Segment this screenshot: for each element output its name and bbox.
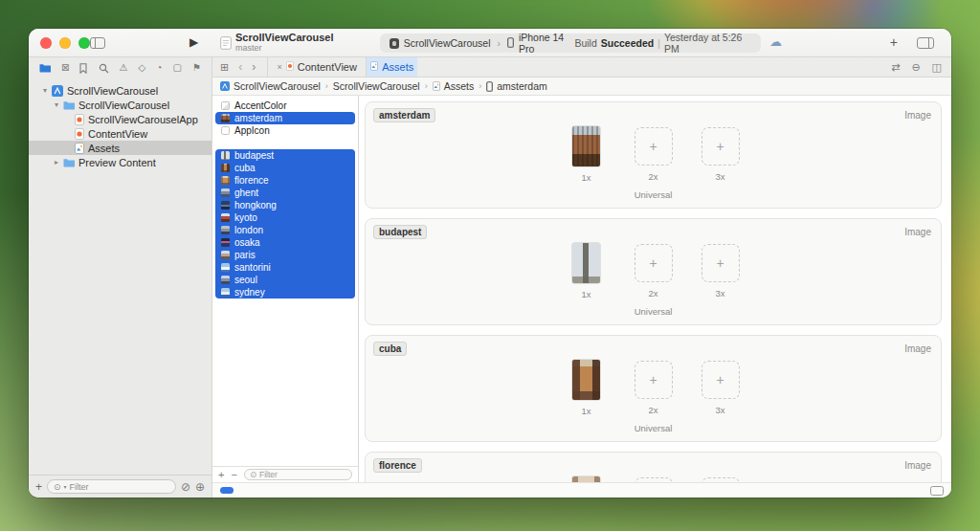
disclosure-triangle[interactable]: ▸ — [52, 158, 61, 166]
tree-item-label: ScrollViewCarousel — [67, 85, 158, 97]
close-window-button[interactable] — [40, 37, 52, 49]
add-asset-button[interactable]: + — [218, 470, 224, 480]
asset-list-item-amsterdam[interactable]: amsterdam — [215, 112, 355, 124]
asset-list-item-london[interactable]: london — [215, 224, 355, 236]
breadcrumb-asset-amsterdam[interactable]: amsterdam — [486, 80, 547, 92]
related-items-icon[interactable]: ⇄ — [891, 61, 900, 74]
scroll-indicator[interactable] — [220, 487, 234, 494]
jump-bar: ScrollViewCarousel › ScrollViewCarousel … — [212, 77, 951, 96]
asset-list-item-budapest[interactable]: budapest — [215, 149, 355, 162]
remove-asset-button[interactable]: − — [231, 470, 236, 480]
go-forward-icon[interactable]: › — [252, 60, 256, 74]
folder-icon — [63, 158, 75, 167]
asset-list-item-florence[interactable]: florence — [215, 174, 355, 187]
image-thumb-icon — [221, 151, 230, 160]
debug-navigator-icon[interactable]: ◔ — [156, 63, 162, 73]
asset-name-chip: budapest — [373, 225, 427, 239]
asset-slot-2x[interactable]: + — [635, 127, 673, 166]
asset-slot-3x[interactable]: + — [702, 127, 740, 166]
scale-label: 1x — [567, 172, 607, 183]
go-back-icon[interactable]: ‹ — [238, 60, 242, 74]
asset-list-item-osaka[interactable]: osaka — [215, 236, 355, 249]
minimap-options-icon[interactable]: ⊖ — [911, 61, 920, 74]
minimize-window-button[interactable] — [59, 37, 71, 49]
recent-files-filter-icon[interactable]: ⊘ — [181, 480, 190, 494]
tree-item-preview-content[interactable]: ▸ Preview Content — [29, 155, 212, 169]
asset-list-item-ghent[interactable]: ghent — [215, 187, 355, 199]
plus-icon: + — [716, 139, 724, 154]
asset-slot-2x[interactable]: + — [635, 361, 673, 399]
asset-list-item-accentcolor[interactable]: AccentColor — [215, 100, 355, 112]
image-thumb-icon — [221, 276, 230, 284]
run-destination[interactable]: ScrollViewCarousel › iPhone 14 Pro — [390, 32, 574, 55]
disclosure-triangle[interactable]: ▾ — [52, 100, 61, 109]
editor-layout-icon[interactable] — [917, 37, 934, 49]
navigator-sidebar: ⊠ ⚠ ◇ ◔ ▢ ⚑ ▾ — [29, 57, 212, 498]
asset-slot-3x[interactable]: + — [702, 361, 740, 399]
add-library-button[interactable]: + — [890, 34, 898, 50]
breadcrumb-project[interactable]: ScrollViewCarousel — [220, 80, 321, 92]
navigator-filter-bar: + ⊙ ▾ Filter ⊘ ⊕ — [29, 475, 212, 498]
scheme-name: ScrollViewCarousel — [404, 37, 491, 49]
tree-item-assets-selected[interactable]: Assets — [29, 141, 212, 155]
tree-item-label: Assets — [88, 143, 120, 154]
desktop-background: ▶ ScrollViewCarousel master ScrollViewCa… — [0, 0, 980, 531]
asset-list-item-kyoto[interactable]: kyoto — [215, 211, 355, 224]
disclosure-triangle[interactable]: ▾ — [40, 86, 50, 95]
navigator-filter-field[interactable]: ⊙ ▾ Filter — [47, 479, 176, 494]
titlebar: ▶ ScrollViewCarousel master ScrollViewCa… — [29, 29, 951, 57]
tab-contentview[interactable]: × ContentView — [267, 57, 367, 77]
add-file-button[interactable]: + — [35, 480, 42, 494]
breadcrumb-group[interactable]: ScrollViewCarousel — [333, 80, 420, 92]
tab-overview-icon[interactable]: ⊞ — [220, 61, 229, 74]
asset-image-1x[interactable] — [572, 126, 600, 166]
run-button[interactable]: ▶ — [189, 35, 198, 49]
asset-image-1x[interactable] — [572, 360, 600, 400]
idiom-label: Universal — [366, 306, 941, 317]
asset-slot-3x[interactable]: + — [702, 477, 740, 482]
asset-filter-field[interactable]: ⊙ Filter — [244, 469, 352, 480]
asset-list-item-cuba[interactable]: cuba — [215, 162, 355, 174]
source-control-filter-icon[interactable]: ⊕ — [195, 480, 205, 494]
tree-item-contentview[interactable]: ContentView — [29, 126, 212, 141]
asset-slot-2x[interactable]: + — [635, 244, 673, 282]
issues-navigator-icon[interactable]: ⚠ — [120, 63, 128, 73]
tree-item-project[interactable]: ▾ ScrollViewCarousel — [29, 83, 212, 98]
active-scheme-block[interactable]: ScrollViewCarousel master — [235, 33, 334, 53]
breadcrumb-assets[interactable]: Assets — [433, 80, 475, 92]
close-tab-icon[interactable]: × — [278, 62, 282, 72]
zoom-window-button[interactable] — [78, 37, 90, 49]
asset-list-item-sydney[interactable]: sydney — [215, 286, 355, 299]
asset-list-item-seoul[interactable]: seoul — [215, 274, 355, 286]
project-navigator-icon[interactable] — [39, 63, 51, 73]
asset-list-item-appicon[interactable]: AppIcon — [215, 124, 355, 137]
navigator-tab-strip: ⊠ ⚠ ◇ ◔ ▢ ⚑ — [29, 57, 212, 78]
editor-scroll-area[interactable]: amsterdam Image 1x + 2x — [359, 96, 951, 482]
asset-list-item-paris[interactable]: paris — [215, 249, 355, 261]
tree-item-app-file[interactable]: ScrollViewCarouselApp — [29, 112, 212, 126]
asset-image-1x[interactable] — [572, 243, 600, 283]
device-view-toggle-icon[interactable] — [930, 486, 944, 496]
source-control-navigator-icon[interactable]: ⊠ — [61, 63, 69, 73]
find-navigator-icon[interactable] — [99, 63, 109, 74]
image-thumb-icon — [221, 213, 230, 222]
asset-list-item-hongkong[interactable]: hongkong — [215, 199, 355, 211]
build-time: Yesterday at 5:26 PM — [664, 32, 751, 55]
bookmarks-navigator-icon[interactable] — [79, 63, 87, 74]
asset-slot-3x[interactable]: + — [702, 244, 740, 282]
tree-item-group[interactable]: ▾ ScrollViewCarousel — [29, 98, 212, 112]
add-editor-icon[interactable]: ◫ — [932, 61, 942, 74]
main-area: ⊞ ‹ › × ContentView — [212, 57, 951, 498]
toggle-navigator-icon[interactable] — [90, 37, 105, 49]
swift-file-icon — [286, 61, 294, 73]
scale-label: 3x — [701, 288, 741, 299]
tab-assets-active[interactable]: Assets — [367, 57, 417, 77]
tests-navigator-icon[interactable]: ◇ — [139, 63, 146, 73]
activity-status-bar[interactable]: ScrollViewCarousel › iPhone 14 Pro Build… — [380, 33, 761, 53]
asset-image-1x[interactable] — [572, 476, 600, 482]
asset-list-item-santorini[interactable]: santorini — [215, 261, 355, 274]
filter-placeholder: Filter — [70, 482, 89, 492]
reports-navigator-icon[interactable]: ⚑ — [192, 63, 201, 73]
asset-slot-2x[interactable]: + — [635, 477, 673, 482]
breakpoints-navigator-icon[interactable]: ▢ — [172, 63, 181, 73]
